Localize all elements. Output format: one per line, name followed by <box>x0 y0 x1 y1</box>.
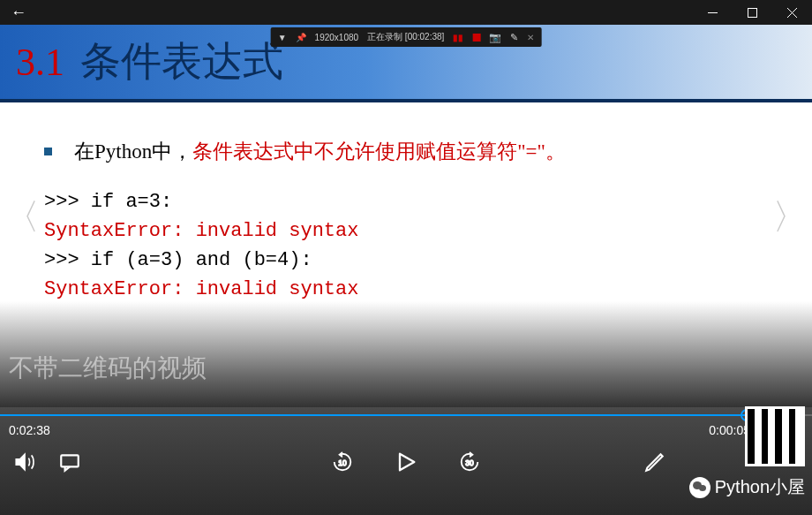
code-block: >>> if a=3: SyntaxError: invalid syntax … <box>44 187 768 304</box>
pause-recording-button[interactable]: ▮▮ <box>453 33 463 42</box>
svg-rect-4 <box>61 455 79 466</box>
maximize-button[interactable] <box>733 0 772 25</box>
edit-button[interactable] <box>643 451 666 479</box>
rewind-button[interactable]: 10 <box>331 451 354 479</box>
video-content: 3.1 条件表达式 在Python中， 条件表达式中不允许使用赋值运算符"="。… <box>0 25 812 407</box>
play-button[interactable] <box>394 450 418 480</box>
recording-toolbar[interactable]: ▼ 📌 1920x1080 正在录制 [00:02:38] ▮▮ 📷 ✎ ✕ <box>271 27 542 47</box>
progress-fill <box>0 414 747 416</box>
next-button[interactable]: 〉 <box>772 192 808 240</box>
comment-button[interactable] <box>58 451 81 479</box>
titlebar: ← <box>0 0 812 25</box>
recording-resolution: 1920x1080 <box>315 33 359 42</box>
recording-status: 正在录制 [00:02:38] <box>367 31 444 43</box>
bullet-text-highlight: 条件表达式中不允许使用赋值运算符"="。 <box>192 138 566 165</box>
wechat-icon <box>689 477 710 498</box>
back-button[interactable]: ← <box>0 4 37 22</box>
code-line: >>> if (a=3) and (b=4): <box>44 246 768 275</box>
bullet-text-prefix: 在Python中， <box>74 138 192 165</box>
slide-title: 条件表达式 <box>80 34 283 89</box>
pencil-icon[interactable]: ✎ <box>510 32 518 43</box>
code-line: SyntaxError: invalid syntax <box>44 275 768 304</box>
recording-close-button[interactable]: ✕ <box>527 33 534 42</box>
chevron-down-icon[interactable]: ▼ <box>278 33 287 42</box>
svg-text:10: 10 <box>338 458 347 467</box>
stop-recording-button[interactable] <box>472 34 480 42</box>
player-controls: 0:02:38 0:00:05 10 30 Python小屋 <box>0 407 812 515</box>
bullet-icon <box>44 148 52 155</box>
remaining-time: 0:00:05 <box>709 423 750 437</box>
code-line: >>> if a=3: <box>44 187 768 216</box>
channel-watermark: Python小屋 <box>689 475 805 499</box>
svg-rect-1 <box>748 8 757 17</box>
qr-code <box>745 406 805 466</box>
close-button[interactable] <box>772 0 812 25</box>
code-line: SyntaxError: invalid syntax <box>44 216 768 246</box>
minimize-button[interactable] <box>693 0 733 25</box>
volume-button[interactable] <box>13 451 36 479</box>
slide-number: 3.1 <box>0 40 80 85</box>
video-watermark: 不带二维码的视频 <box>9 352 207 385</box>
previous-button[interactable]: 〈 <box>4 192 40 240</box>
progress-bar[interactable] <box>0 414 812 416</box>
camera-icon[interactable]: 📷 <box>489 32 501 43</box>
slide-bullet: 在Python中， 条件表达式中不允许使用赋值运算符"="。 <box>44 138 768 165</box>
window-controls <box>693 0 812 25</box>
current-time: 0:02:38 <box>9 423 50 437</box>
forward-button[interactable]: 30 <box>458 451 481 479</box>
svg-text:30: 30 <box>465 458 474 467</box>
pin-icon[interactable]: 📌 <box>296 33 306 42</box>
